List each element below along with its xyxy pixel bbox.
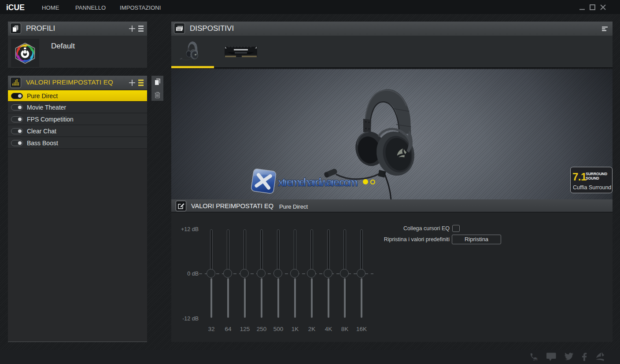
svg-text:xtremehardware.com: xtremehardware.com (278, 176, 358, 188)
svg-text:24: 24 (533, 357, 538, 361)
